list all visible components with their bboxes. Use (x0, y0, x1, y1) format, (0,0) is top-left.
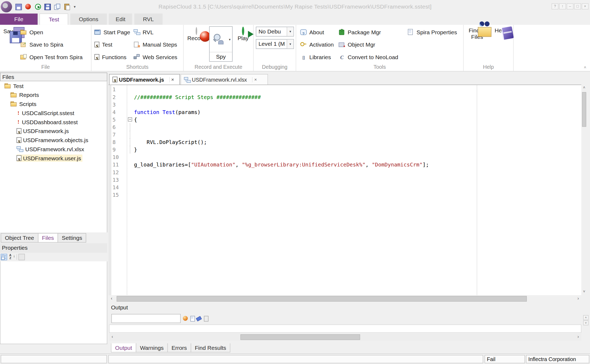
tab-object-tree[interactable]: Object Tree (1, 233, 38, 242)
tab-errors[interactable]: Errors (167, 343, 191, 352)
tree-item-usdframework-js[interactable]: S USDFramework.js (0, 126, 107, 135)
play-button[interactable]: Play (234, 28, 252, 41)
scroll-right-icon[interactable]: › (575, 295, 581, 302)
file-tree: Test Reports Scripts ! USDCallScript.sst… (0, 81, 107, 232)
scroll-down-icon[interactable]: ˅ (581, 289, 587, 295)
ribbon-collapse-icon[interactable]: ˄ (584, 65, 586, 70)
quick-play-icon[interactable] (35, 4, 41, 10)
manual-steps-button[interactable]: Manual Steps (134, 40, 177, 49)
libraries-button[interactable]: [] Libraries (300, 52, 331, 61)
script-icon: S (112, 77, 117, 82)
tree-item-usddashboard[interactable]: ! USDDashboard.sstest (0, 117, 107, 126)
property-pages-icon[interactable] (18, 254, 25, 260)
editor-tab-usdframework-rvl-xlsx[interactable]: USDFramework.rvl.xlsx × (181, 74, 268, 85)
tab-rvl[interactable]: RVL (134, 14, 162, 25)
tree-item-usdframework-rvl-xlsx[interactable]: USDFramework.rvl.xlsx (0, 145, 107, 154)
close-tab-icon[interactable]: × (169, 77, 176, 82)
web-services-button[interactable]: Web Services (134, 52, 177, 61)
find-in-files-button[interactable]: Find in Files (466, 26, 488, 40)
dropdown-arrow-icon[interactable]: ▾ (287, 40, 293, 49)
close-button[interactable]: × (582, 3, 588, 9)
output-filter-input[interactable] (111, 314, 181, 323)
open-test-from-spira-button[interactable]: Open Test from Spira (20, 52, 83, 61)
help-window-button[interactable]: ? (552, 3, 558, 9)
convert-neoload-button[interactable]: C Convert to NeoLoad (339, 52, 398, 61)
copy-log-icon[interactable] (190, 316, 195, 321)
start-page-button[interactable]: Start Page (94, 28, 130, 37)
paste-icon[interactable] (64, 3, 70, 10)
scroll-up-icon[interactable]: ˄ (581, 85, 587, 91)
tree-item-usdframework-user-js[interactable]: S USDFramework.user.js (0, 153, 107, 162)
help-button[interactable]: Help (491, 26, 509, 33)
editor-horizontal-scrollbar[interactable]: ‹ › (108, 295, 581, 302)
tab-warnings[interactable]: Warnings (136, 343, 168, 352)
spy-dropdown-arrow-icon[interactable]: ▾ (227, 27, 232, 52)
open-button[interactable]: Open (20, 28, 43, 37)
editor-vertical-scrollbar[interactable]: ˄ ˅ (581, 85, 587, 295)
tree-item-scripts[interactable]: Scripts (0, 99, 107, 108)
activation-label: Activation (309, 41, 334, 48)
tab-output[interactable]: Output (111, 343, 136, 352)
output-vertical-scrollbar[interactable]: ˄ ˅ (583, 315, 589, 334)
spira-properties-button[interactable]: Spira Properties (407, 28, 457, 37)
spira-properties-label: Spira Properties (417, 29, 457, 35)
pin-window-button[interactable]: ↑ (559, 3, 566, 9)
debug-level-dropdown[interactable]: Level 1 (M ▾ (256, 39, 294, 49)
code-editor[interactable]: 1 2//########## Script Steps ###########… (108, 85, 581, 295)
copy-icon[interactable] (54, 3, 60, 10)
activation-button[interactable]: Activation (300, 40, 334, 49)
status-cell-left (1, 355, 107, 363)
rvl-shortcut-button[interactable]: RVL (134, 28, 153, 37)
tree-item-reports[interactable]: Reports (0, 90, 107, 99)
output-horizontal-scrollbar[interactable]: ‹ › (109, 333, 581, 341)
editor-tab-usdframework-js[interactable]: S USDFramework.js × (109, 74, 180, 85)
tree-item-test[interactable]: Test (0, 81, 107, 90)
package-mgr-button[interactable]: Package Mgr (339, 28, 381, 37)
sort-alphabetical-icon[interactable]: AZ ↓ (9, 254, 15, 260)
spy-button[interactable]: ▾ Spy (209, 26, 233, 62)
functions-button[interactable]: S Functions (94, 52, 127, 61)
close-tab-icon[interactable]: × (252, 77, 259, 82)
save-log-icon[interactable] (203, 316, 209, 321)
scroll-down-icon[interactable]: ˅ (583, 320, 589, 325)
apply-filter-icon[interactable] (183, 316, 188, 321)
shortcut-test-button[interactable]: S Test (94, 40, 112, 49)
object-mgr-button[interactable]: Object Mgr (339, 40, 375, 49)
tree-item-usdframework-objects-js[interactable]: S USDFramework.objects.js (0, 135, 107, 145)
about-button[interactable]: ? About (300, 28, 324, 37)
folder-icon (10, 101, 17, 107)
fold-collapse-icon[interactable]: − (128, 117, 132, 121)
scroll-left-icon[interactable]: ‹ (109, 333, 116, 341)
scrollbar-thumb[interactable] (582, 92, 586, 127)
quick-save-icon[interactable] (16, 3, 22, 10)
tab-settings[interactable]: Settings (58, 233, 86, 242)
start-page-label: Start Page (104, 29, 130, 35)
app-logo-icon[interactable] (1, 1, 12, 12)
dropdown-arrow-icon[interactable]: ▾ (287, 27, 293, 36)
categorized-view-icon[interactable] (1, 254, 7, 260)
tab-edit[interactable]: Edit (109, 14, 132, 25)
record-button[interactable]: Record (186, 28, 207, 41)
clear-log-icon[interactable] (196, 316, 202, 321)
debug-mode-dropdown[interactable]: No Debu ▾ (256, 27, 294, 37)
ribbon-group-help: Find in Files Help Help (464, 25, 514, 71)
tab-find-results[interactable]: Find Results (191, 343, 230, 352)
minimize-button[interactable]: – (567, 3, 573, 9)
quick-record-icon[interactable] (25, 3, 31, 9)
save-to-spira-button[interactable]: Save to Spira (20, 40, 63, 49)
quick-save-disk-icon[interactable] (44, 3, 51, 10)
customize-toolbar-arrow-icon[interactable]: ▾ (74, 5, 75, 9)
tree-item-usdcallscript[interactable]: ! USDCallScript.sstest (0, 108, 107, 117)
scrollbar-thumb[interactable] (117, 296, 527, 302)
start-page-icon (94, 29, 101, 35)
scrollbar-thumb[interactable] (240, 334, 360, 340)
tab-options[interactable]: Options (70, 14, 107, 25)
tab-test[interactable]: Test (40, 14, 68, 25)
tab-files[interactable]: Files (38, 233, 58, 242)
scroll-right-icon[interactable]: › (575, 333, 581, 341)
scroll-up-icon[interactable]: ˄ (583, 315, 589, 320)
scroll-left-icon[interactable]: ‹ (108, 295, 115, 302)
maximize-button[interactable]: □ (574, 3, 581, 9)
save-button[interactable]: Save (1, 27, 19, 34)
tab-file[interactable]: File (0, 14, 38, 25)
